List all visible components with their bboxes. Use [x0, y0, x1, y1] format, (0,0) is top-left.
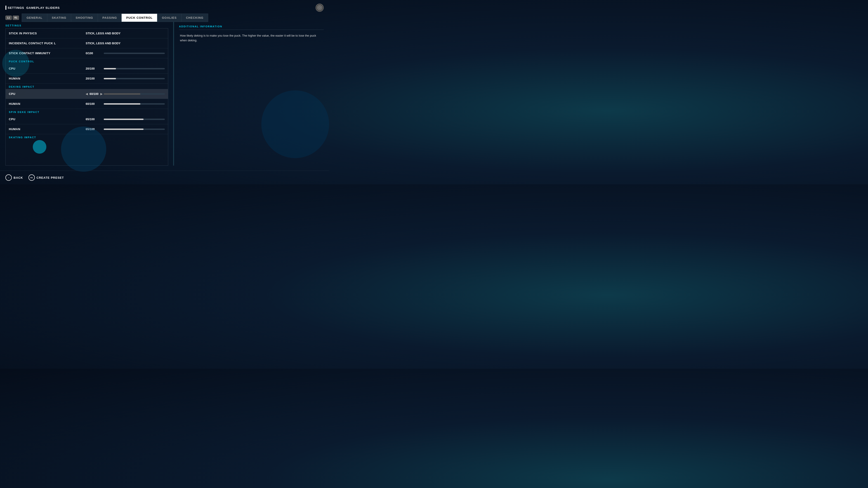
setting-puck-control-cpu[interactable]: CPU 20/100	[6, 64, 168, 74]
setting-incidental-contact-name: INCIDENTAL CONTACT PUCK L	[9, 41, 86, 45]
l1-badge[interactable]: L1	[5, 15, 12, 20]
spin-deke-human-slider-fill	[104, 129, 144, 130]
deking-cpu-value: ◀ 60/100 ▶	[86, 92, 104, 96]
tab-prefix-buttons: L1 R1	[5, 15, 19, 20]
main-content: SETTINGS STICK IN PHYSICS STICK, LEGS AN…	[0, 22, 329, 166]
setting-stick-contact-immunity-name: STICK CONTACT IMMUNITY	[9, 52, 86, 55]
tab-checking[interactable]: CHECKING	[181, 13, 208, 22]
tab-skating[interactable]: SKATING	[47, 13, 71, 22]
deking-impact-category-label: DEKING IMPACT	[9, 86, 34, 88]
create-preset-button-icon: R3	[29, 174, 35, 181]
skating-impact-category-label: SKATING IMPACT	[9, 136, 36, 139]
additional-info-label: ADDITIONAL INFORMATION	[179, 25, 222, 28]
deking-cpu-slider-fill	[104, 93, 141, 95]
header-left: SETTINGS GAMEPLAY SLIDERS	[5, 6, 60, 10]
settings-scroll[interactable]: STICK IN PHYSICS STICK, LEGS AND BODY IN…	[6, 29, 168, 165]
additional-info-text: How likely deking is to make you lose th…	[180, 33, 323, 43]
deking-cpu-arrow-right[interactable]: ▶	[100, 92, 102, 96]
header-logo	[315, 4, 324, 12]
header-prefix: SETTINGS	[8, 6, 24, 9]
right-panel-header: ADDITIONAL INFORMATION	[179, 22, 324, 30]
setting-deking-cpu[interactable]: CPU ◀ 60/100 ▶	[6, 89, 168, 99]
puck-control-human-slider[interactable]	[104, 78, 165, 79]
tabs: GENERAL SKATING SHOOTING PASSING PUCK CO…	[22, 13, 324, 22]
setting-incidental-contact-value: STICK, LEGS AND BODY	[86, 41, 162, 45]
puck-control-human-value: 20/100	[86, 77, 104, 80]
spin-deke-cpu-slider-fill	[104, 119, 144, 120]
deking-human-value: 60/100	[86, 102, 104, 105]
deking-human-name: HUMAN	[9, 102, 86, 105]
settings-list: STICK IN PHYSICS STICK, LEGS AND BODY IN…	[5, 29, 168, 166]
settings-section-label: SETTINGS	[5, 24, 22, 27]
puck-control-cpu-slider-fill	[104, 68, 116, 69]
right-panel: ADDITIONAL INFORMATION How likely deking…	[179, 22, 324, 166]
left-panel: SETTINGS STICK IN PHYSICS STICK, LEGS AN…	[5, 22, 168, 166]
setting-stick-contact-immunity[interactable]: STICK CONTACT IMMUNITY 0/100	[6, 48, 168, 58]
tabs-container: L1 R1 GENERAL SKATING SHOOTING PASSING P…	[0, 13, 329, 22]
tab-general[interactable]: GENERAL	[22, 13, 47, 22]
spin-deke-cpu-slider[interactable]	[104, 119, 165, 120]
setting-deking-human[interactable]: HUMAN 60/100	[6, 99, 168, 109]
category-puck-control: PUCK CONTROL	[6, 58, 168, 64]
puck-control-cpu-slider[interactable]	[104, 68, 165, 69]
puck-control-human-slider-fill	[104, 78, 116, 79]
setting-stick-contact-immunity-value: 0/100	[86, 52, 104, 55]
footer: ○ BACK R3 CREATE PRESET	[0, 170, 329, 184]
spin-deke-cpu-name: CPU	[9, 118, 86, 121]
header-subtitle: GAMEPLAY SLIDERS	[26, 6, 60, 9]
deking-cpu-name: CPU	[9, 92, 86, 96]
tab-puck-control[interactable]: PUCK CONTROL	[121, 13, 157, 22]
puck-control-cpu-value: 20/100	[86, 67, 104, 70]
back-button-icon: ○	[5, 174, 12, 181]
puck-control-human-name: HUMAN	[9, 77, 86, 80]
additional-info-content: How likely deking is to make you lose th…	[179, 30, 324, 46]
deking-cpu-slider[interactable]	[104, 93, 165, 95]
category-deking-impact: DEKING IMPACT	[6, 84, 168, 89]
header: SETTINGS GAMEPLAY SLIDERS	[0, 0, 329, 13]
logo-icon	[317, 5, 322, 10]
vertical-divider	[173, 22, 174, 166]
left-panel-header: SETTINGS	[5, 22, 168, 29]
header-title: SETTINGS GAMEPLAY SLIDERS	[8, 6, 60, 9]
create-preset-button-label: CREATE PRESET	[37, 176, 64, 180]
category-spin-deke-impact: SPIN DEKE IMPACT	[6, 109, 168, 114]
create-preset-button[interactable]: R3 CREATE PRESET	[29, 174, 64, 181]
setting-puck-control-human[interactable]: HUMAN 20/100	[6, 74, 168, 84]
deking-human-slider[interactable]	[104, 103, 165, 105]
puck-control-category-label: PUCK CONTROL	[9, 60, 34, 63]
back-button-label: BACK	[13, 176, 23, 180]
r1-badge[interactable]: R1	[13, 15, 19, 20]
category-skating-impact: SKATING IMPACT	[6, 134, 168, 140]
back-button[interactable]: ○ BACK	[5, 174, 23, 181]
deking-human-slider-fill	[104, 103, 141, 105]
puck-control-cpu-name: CPU	[9, 67, 86, 70]
tab-shooting[interactable]: SHOOTING	[71, 13, 98, 22]
setting-stick-in-physics[interactable]: STICK IN PHYSICS STICK, LEGS AND BODY	[6, 29, 168, 38]
tab-goalies[interactable]: GOALIES	[157, 13, 181, 22]
deking-cpu-arrow-left[interactable]: ◀	[86, 92, 88, 96]
spin-deke-impact-category-label: SPIN DEKE IMPACT	[9, 111, 39, 113]
setting-stick-in-physics-value: STICK, LEGS AND BODY	[86, 32, 162, 35]
spin-deke-human-slider[interactable]	[104, 129, 165, 130]
spin-deke-human-name: HUMAN	[9, 127, 86, 131]
setting-spin-deke-human[interactable]: HUMAN 65/100	[6, 124, 168, 134]
tab-passing[interactable]: PASSING	[98, 13, 122, 22]
setting-incidental-contact[interactable]: INCIDENTAL CONTACT PUCK L STICK, LEGS AN…	[6, 38, 168, 48]
header-bar-decoration	[5, 6, 6, 10]
spin-deke-human-value: 65/100	[86, 127, 104, 131]
spin-deke-cpu-value: 65/100	[86, 118, 104, 121]
stick-contact-immunity-slider[interactable]	[104, 53, 165, 54]
setting-stick-in-physics-name: STICK IN PHYSICS	[9, 32, 86, 35]
setting-spin-deke-cpu[interactable]: CPU 65/100	[6, 114, 168, 124]
